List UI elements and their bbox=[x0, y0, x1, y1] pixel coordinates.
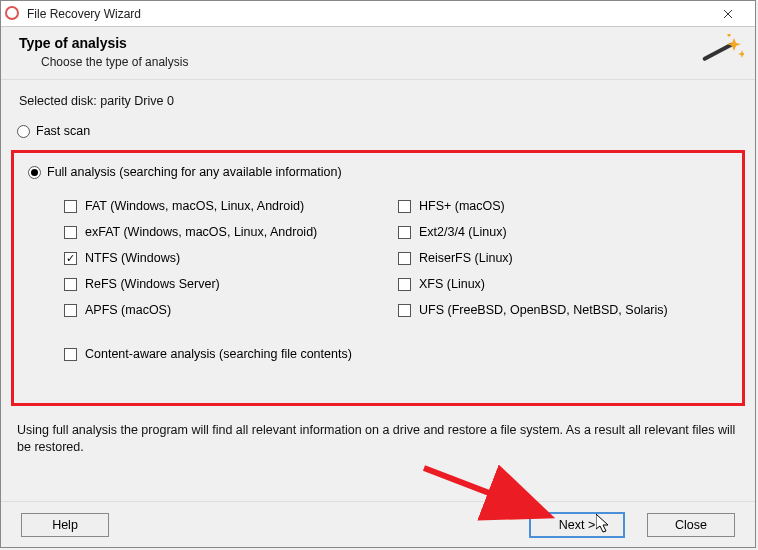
page-subtitle: Choose the type of analysis bbox=[41, 55, 188, 69]
radio-fast-scan[interactable]: Fast scan bbox=[17, 124, 739, 138]
wizard-content: Selected disk: parity Drive 0 Fast scan … bbox=[1, 80, 755, 501]
checkbox-ext234[interactable]: Ext2/3/4 (Linux) bbox=[398, 225, 722, 239]
titlebar: File Recovery Wizard bbox=[1, 1, 755, 27]
checkbox-xfs[interactable]: XFS (Linux) bbox=[398, 277, 722, 291]
svg-marker-1 bbox=[727, 38, 741, 51]
checkbox-exfat[interactable]: exFAT (Windows, macOS, Linux, Android) bbox=[64, 225, 388, 239]
radio-label: Fast scan bbox=[36, 124, 90, 138]
next-button[interactable]: Next > bbox=[529, 512, 625, 538]
checkbox-icon bbox=[64, 304, 77, 317]
checkbox-icon bbox=[398, 200, 411, 213]
checkbox-reiserfs[interactable]: ReiserFS (Linux) bbox=[398, 251, 722, 265]
close-icon[interactable] bbox=[705, 1, 751, 27]
checkbox-label: ReFS (Windows Server) bbox=[85, 277, 220, 291]
checkbox-icon bbox=[398, 252, 411, 265]
checkbox-label: Ext2/3/4 (Linux) bbox=[419, 225, 507, 239]
svg-marker-2 bbox=[738, 50, 744, 58]
checkbox-icon bbox=[398, 226, 411, 239]
checkbox-label: APFS (macOS) bbox=[85, 303, 171, 317]
checkbox-icon bbox=[398, 304, 411, 317]
checkbox-hfsplus[interactable]: HFS+ (macOS) bbox=[398, 199, 722, 213]
checkbox-icon bbox=[64, 278, 77, 291]
checkbox-ntfs[interactable]: NTFS (Windows) bbox=[64, 251, 388, 265]
wizard-wand-icon bbox=[696, 34, 744, 74]
selected-disk-label: Selected disk: parity Drive 0 bbox=[19, 94, 739, 108]
checkbox-label: HFS+ (macOS) bbox=[419, 199, 505, 213]
app-icon bbox=[5, 6, 21, 22]
checkbox-fat[interactable]: FAT (Windows, macOS, Linux, Android) bbox=[64, 199, 388, 213]
page-title: Type of analysis bbox=[19, 35, 188, 51]
checkbox-icon bbox=[64, 252, 77, 265]
checkbox-label: XFS (Linux) bbox=[419, 277, 485, 291]
checkbox-apfs[interactable]: APFS (macOS) bbox=[64, 303, 388, 317]
checkbox-icon bbox=[64, 200, 77, 213]
checkbox-refs[interactable]: ReFS (Windows Server) bbox=[64, 277, 388, 291]
window-title: File Recovery Wizard bbox=[27, 7, 705, 21]
highlight-box: Full analysis (searching for any availab… bbox=[11, 150, 745, 406]
radio-full-analysis[interactable]: Full analysis (searching for any availab… bbox=[28, 165, 722, 179]
checkbox-label: FAT (Windows, macOS, Linux, Android) bbox=[85, 199, 304, 213]
checkbox-label: Content-aware analysis (searching file c… bbox=[85, 347, 352, 361]
checkbox-label: UFS (FreeBSD, OpenBSD, NetBSD, Solaris) bbox=[419, 303, 668, 317]
svg-rect-0 bbox=[702, 42, 734, 61]
checkbox-icon bbox=[64, 226, 77, 239]
wizard-header: Type of analysis Choose the type of anal… bbox=[1, 27, 755, 73]
radio-icon bbox=[17, 125, 30, 138]
checkbox-label: exFAT (Windows, macOS, Linux, Android) bbox=[85, 225, 317, 239]
checkbox-content-aware[interactable]: Content-aware analysis (searching file c… bbox=[64, 347, 722, 361]
checkbox-label: ReiserFS (Linux) bbox=[419, 251, 513, 265]
checkbox-icon bbox=[398, 278, 411, 291]
radio-label: Full analysis (searching for any availab… bbox=[47, 165, 342, 179]
svg-point-3 bbox=[727, 34, 730, 37]
checkbox-icon bbox=[64, 348, 77, 361]
help-button[interactable]: Help bbox=[21, 513, 109, 537]
radio-icon bbox=[28, 166, 41, 179]
description-text: Using full analysis the program will fin… bbox=[17, 422, 739, 456]
close-button[interactable]: Close bbox=[647, 513, 735, 537]
wizard-footer: Help Next > Close bbox=[1, 501, 755, 547]
wizard-window: File Recovery Wizard Type of analysis Ch… bbox=[0, 0, 756, 548]
checkbox-ufs[interactable]: UFS (FreeBSD, OpenBSD, NetBSD, Solaris) bbox=[398, 303, 722, 317]
checkbox-label: NTFS (Windows) bbox=[85, 251, 180, 265]
